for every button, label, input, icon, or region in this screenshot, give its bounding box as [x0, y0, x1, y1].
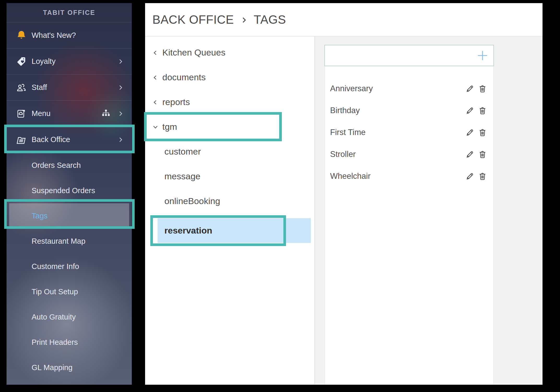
sidebar-item-gl-mapping[interactable]: GL Mapping — [7, 355, 132, 380]
tree-item-documents[interactable]: documents — [145, 65, 314, 90]
pencil-icon — [466, 150, 474, 159]
pencil-icon — [466, 172, 474, 181]
new-tag-row — [324, 45, 494, 66]
tag-name: First Time — [330, 128, 465, 137]
chevron-right-icon — [117, 84, 124, 91]
new-tag-input[interactable] — [325, 45, 493, 66]
tag-row-first-time: First Time — [330, 121, 488, 143]
tree-item-label: message — [164, 171, 200, 181]
tags-panel: Anniversary — [315, 36, 543, 384]
tree-item-label: onlineBooking — [164, 196, 220, 206]
edit-tag-button[interactable] — [465, 83, 475, 94]
sidebar-item-label: What's New? — [32, 31, 124, 40]
chevron-right-icon — [240, 15, 248, 25]
sidebar-subitem-label: GL Mapping — [32, 363, 73, 372]
sidebar-subitem-label: Tags — [32, 212, 47, 220]
tag-row-stroller: Stroller — [330, 143, 488, 165]
tree-item-label: customer — [164, 146, 201, 157]
content-area: Kitchen Queues documents reports — [145, 36, 543, 384]
sidebar-subitem-label: Auto Gratuity — [32, 313, 76, 321]
tree-item-message[interactable]: message — [145, 164, 314, 189]
chevron-left-icon — [152, 74, 159, 81]
trash-icon — [478, 172, 487, 181]
main-content: BACK OFFICE TAGS Kitchen Queues — [145, 3, 543, 385]
chevron-down-icon — [152, 124, 159, 130]
sidebar-item-menu[interactable]: Menu — [7, 101, 132, 127]
sidebar-item-restaurant-map[interactable]: Restaurant Map — [7, 229, 132, 254]
tree-item-label: reservation — [164, 225, 212, 236]
trash-icon — [478, 128, 487, 137]
delete-tag-button[interactable] — [477, 149, 488, 160]
tree-item-label: Kitchen Queues — [162, 47, 225, 58]
back-office-folder-icon — [15, 133, 28, 146]
tree-item-customer[interactable]: customer — [145, 139, 314, 164]
breadcrumb-parent[interactable]: BACK OFFICE — [152, 13, 234, 27]
tag-row-wheelchair: Wheelchair — [330, 165, 488, 187]
edit-tag-button[interactable] — [465, 149, 475, 160]
delete-tag-button[interactable] — [477, 83, 488, 94]
staff-icon — [15, 81, 28, 94]
sidebar-item-back-office[interactable]: Back Office — [7, 127, 132, 153]
edit-tag-button[interactable] — [465, 171, 475, 181]
tree-item-label: documents — [162, 72, 206, 82]
delete-tag-button[interactable] — [477, 171, 488, 181]
sidebar-item-suspended-orders[interactable]: Suspended Orders — [7, 178, 132, 203]
sidebar-item-customer-info[interactable]: Customer Info — [7, 254, 132, 279]
delete-tag-button[interactable] — [477, 105, 488, 116]
pencil-icon — [466, 128, 474, 137]
tree-item-reports[interactable]: reports — [145, 90, 314, 114]
tag-name: Stroller — [330, 150, 465, 159]
add-tag-button[interactable] — [476, 49, 489, 62]
pencil-icon — [466, 84, 474, 93]
delete-tag-button[interactable] — [477, 127, 488, 138]
tag-list: Anniversary — [324, 66, 494, 384]
tag-name: Anniversary — [330, 84, 465, 93]
sidebar-item-staff[interactable]: Staff — [7, 75, 132, 101]
app-title: TABIT OFFICE — [7, 3, 132, 22]
menu-board-icon — [15, 107, 28, 120]
edit-tag-button[interactable] — [465, 127, 475, 138]
chevron-right-icon — [117, 110, 124, 117]
sidebar-item-loyalty[interactable]: Loyalty — [7, 48, 132, 75]
sidebar-item-label: Back Office — [32, 135, 117, 144]
back-office-submenu: Orders Search Suspended Orders Tags Rest… — [7, 153, 132, 380]
sidebar-item-tags[interactable]: Tags — [9, 203, 129, 229]
tag-name: Wheelchair — [330, 172, 465, 181]
sidebar-item-label: Loyalty — [32, 57, 117, 66]
edit-tag-button[interactable] — [465, 105, 475, 116]
breadcrumb-current: TAGS — [254, 13, 286, 27]
sidebar-subitem-label: Suspended Orders — [32, 186, 95, 195]
chevron-left-icon — [152, 49, 159, 56]
sidebar-subitem-label: Print Headers — [32, 338, 78, 347]
tabit-office-app: TABIT OFFICE What's New? Loyalty — [0, 0, 560, 392]
breadcrumb: BACK OFFICE TAGS — [145, 3, 543, 36]
tree-item-kitchen-queues[interactable]: Kitchen Queues — [145, 40, 314, 65]
sidebar-item-whats-new[interactable]: What's New? — [7, 22, 132, 48]
bell-icon — [15, 29, 28, 42]
sidebar-item-label: Menu — [32, 109, 101, 118]
tree-item-label: reports — [162, 97, 190, 107]
chevron-right-icon — [117, 58, 124, 65]
tag-row-anniversary: Anniversary — [330, 78, 488, 100]
sidebar-subitem-label: Orders Search — [32, 161, 81, 170]
tree-item-reservation[interactable]: reservation — [158, 218, 311, 243]
chevron-left-icon — [152, 99, 159, 106]
tag-category-tree: Kitchen Queues documents reports — [145, 36, 314, 384]
tag-name: Birthday — [330, 106, 465, 115]
sidebar-subitem-label: Customer Info — [32, 262, 79, 271]
sidebar-item-auto-gratuity[interactable]: Auto Gratuity — [7, 304, 132, 330]
sidebar-item-tip-out-setup[interactable]: Tip Out Setup — [7, 279, 132, 304]
tree-item-label: tgm — [162, 122, 177, 132]
chevron-right-icon — [117, 136, 124, 143]
sidebar-item-orders-search[interactable]: Orders Search — [7, 153, 132, 178]
loyalty-tag-icon — [15, 55, 28, 68]
sidebar-item-print-headers[interactable]: Print Headers — [7, 330, 132, 355]
tree-item-tgm[interactable]: tgm — [145, 114, 314, 139]
tags-card: Anniversary — [324, 36, 494, 384]
tag-row-birthday: Birthday — [330, 100, 488, 121]
trash-icon — [478, 106, 487, 115]
sidebar-subitem-label: Restaurant Map — [32, 237, 85, 246]
sidebar-item-label: Staff — [32, 83, 117, 92]
trash-icon — [478, 84, 487, 93]
tree-item-onlinebooking[interactable]: onlineBooking — [145, 189, 314, 213]
